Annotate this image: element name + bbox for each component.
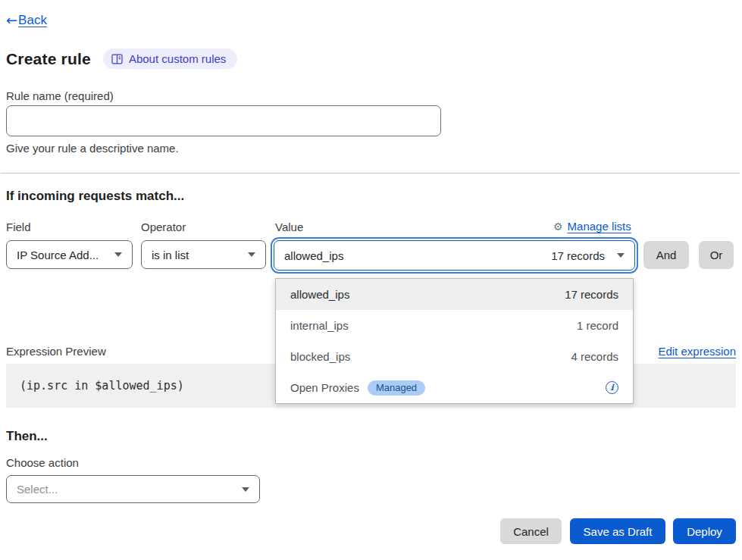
or-button[interactable]: Or	[699, 241, 734, 269]
back-arrow-icon: ←	[6, 12, 17, 28]
choose-action-label: Choose action	[6, 456, 79, 469]
field-select[interactable]: IP Source Add...	[6, 240, 133, 269]
cancel-button[interactable]: Cancel	[500, 518, 562, 544]
field-label: Field	[6, 221, 31, 233]
action-select[interactable]: Select...	[6, 475, 260, 503]
value-dropdown-panel: allowed_ips 17 records internal_ips 1 re…	[275, 278, 634, 404]
page-title: Create rule	[6, 50, 91, 68]
list-item-name: Open Proxies	[290, 381, 359, 394]
list-item-open-proxies[interactable]: Open Proxies Managed i	[276, 372, 633, 403]
expression-preview-label: Expression Preview	[6, 345, 106, 358]
rule-name-label: Rule name (required)	[6, 89, 114, 102]
deploy-button[interactable]: Deploy	[673, 518, 736, 544]
and-button[interactable]: And	[643, 241, 689, 269]
value-select-value: allowed_ips	[284, 249, 343, 262]
value-label: Value	[275, 221, 303, 233]
list-item-allowed-ips[interactable]: allowed_ips 17 records	[276, 279, 633, 310]
chevron-down-icon	[248, 252, 255, 257]
operator-select-value: is in list	[152, 249, 189, 261]
about-badge-label: About custom rules	[129, 52, 226, 65]
chevron-down-icon	[114, 252, 122, 257]
rule-name-input[interactable]	[6, 105, 441, 136]
list-item-count: 4 records	[571, 350, 618, 363]
match-heading: If incoming requests match...	[6, 189, 184, 204]
create-rule-page: ←Back Create rule About custom rules Rul…	[0, 0, 742, 560]
list-item-name: allowed_ips	[290, 288, 349, 301]
back-label: Back	[18, 13, 47, 28]
list-item-blocked-ips[interactable]: blocked_ips 4 records	[276, 341, 633, 372]
manage-lists-link[interactable]: ⚙ Manage lists	[553, 220, 631, 233]
about-custom-rules-link[interactable]: About custom rules	[103, 48, 237, 69]
book-icon	[111, 54, 123, 64]
value-select[interactable]: allowed_ips 17 records	[274, 240, 635, 271]
manage-lists-label: Manage lists	[568, 220, 631, 233]
edit-expression-link[interactable]: Edit expression	[658, 345, 736, 358]
rule-name-helper: Give your rule a descriptive name.	[6, 142, 179, 155]
chevron-down-icon	[617, 253, 625, 258]
title-row: Create rule About custom rules	[6, 48, 237, 69]
expression-code: (ip.src in $allowed_ips)	[20, 379, 184, 393]
info-icon[interactable]: i	[606, 381, 618, 394]
back-link[interactable]: ←Back	[6, 12, 47, 28]
list-item-name: internal_ips	[290, 319, 349, 332]
list-item-internal-ips[interactable]: internal_ips 1 record	[276, 310, 633, 341]
gear-icon: ⚙	[553, 221, 563, 233]
operator-select[interactable]: is in list	[141, 240, 266, 269]
value-select-records: 17 records	[551, 249, 605, 262]
save-as-draft-button[interactable]: Save as Draft	[570, 518, 665, 544]
field-select-value: IP Source Add...	[17, 249, 99, 261]
section-divider	[1, 173, 740, 174]
action-select-placeholder: Select...	[17, 483, 58, 496]
managed-badge: Managed	[368, 380, 425, 396]
then-heading: Then...	[6, 429, 48, 444]
list-item-name: blocked_ips	[290, 350, 350, 363]
list-item-count: 1 record	[577, 319, 618, 332]
chevron-down-icon	[242, 487, 249, 492]
list-item-count: 17 records	[565, 288, 618, 301]
operator-label: Operator	[141, 221, 186, 233]
